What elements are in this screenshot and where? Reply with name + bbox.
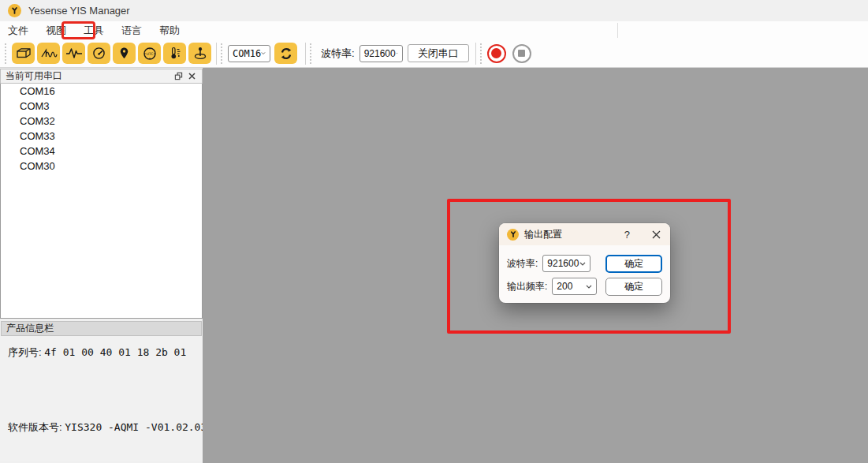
product-info-panel-body: 序列号: 4f 01 00 40 01 18 2b 01 软件版本号: YIS3… [0,336,203,461]
toolbar-separator [475,43,476,65]
com-port-value: COM16 [233,48,261,59]
chevron-down-icon [261,51,266,55]
com-port-list-item[interactable]: COM33 [1,129,202,144]
baud-rate-row: 波特率: 921600 确定 [499,255,670,272]
toolbar-drag-handle[interactable] [480,43,484,64]
panel-close-button[interactable] [185,70,199,82]
software-version-row: 软件版本号: YIS320 -AQMI -V01.02.03; [8,420,213,435]
toolbar-drag-handle[interactable] [310,43,314,64]
baud-confirm-button[interactable]: 确定 [605,255,662,273]
thermometer-icon[interactable] [163,43,186,64]
output-config-dialog: 输出配置 ? 波特率: 921600 确定 输出频率: 200 [499,223,670,303]
product-info-panel-header: 产品信息栏 [1,321,202,336]
record-icon [491,48,501,58]
menu-file[interactable]: 文件 [2,21,35,39]
toolbar-row-separator [617,23,618,38]
dialog-baud-label: 波特率: [507,257,538,271]
available-ports-panel-header[interactable]: 当前可用串口 [0,69,203,84]
output-rate-row: 输出频率: 200 确定 [499,278,670,295]
product-info-panel-title: 产品信息栏 [6,322,54,335]
svg-text:UTC: UTC [146,52,153,56]
serial-number-value: 4f 01 00 40 01 18 2b 01 [44,346,186,358]
software-version-label: 软件版本号: [8,421,62,433]
com-port-list-item[interactable]: COM30 [1,159,202,174]
record-button[interactable] [487,44,506,63]
menu-view[interactable]: 视图 [39,21,73,39]
menu-help[interactable]: 帮助 [153,21,186,39]
baud-rate-combobox[interactable]: 921600 [359,45,403,62]
dialog-close-button[interactable] [650,229,662,241]
dialog-output-rate-label: 输出频率: [507,280,547,293]
toolbar-drag-handle[interactable] [5,43,9,64]
pulse-wave-icon[interactable] [62,43,85,64]
toolbar-drag-handle[interactable] [221,43,225,64]
cube-3d-icon[interactable] [12,43,35,64]
close-serial-port-button[interactable]: 关闭串口 [408,44,469,62]
toolbar-separator [216,43,217,65]
serial-number-row: 序列号: 4f 01 00 40 01 18 2b 01 [8,345,186,360]
software-version-value: YIS320 -AQMI -V01.02.03; [65,421,213,433]
com-port-list-item[interactable]: COM32 [1,114,202,129]
app-window: Yesense YIS Manager 文件 视图 工具 语言 帮助 [0,0,868,463]
com-port-list-item[interactable]: COM16 [1,84,202,99]
com-port-list: COM16 COM3 COM32 COM33 COM34 COM30 [0,84,203,319]
float-window-icon [174,72,183,80]
menu-bar: 文件 视图 工具 语言 帮助 [0,21,868,39]
left-dock: 当前可用串口 COM16 COM3 COM32 COM33 COM34 COM3… [0,69,203,463]
app-logo-icon [8,4,21,17]
close-icon [652,230,661,239]
toolbar: UTC COM16 [0,39,868,68]
title-bar[interactable]: Yesense YIS Manager [0,0,868,21]
dialog-baud-combobox[interactable]: 921600 [542,255,590,272]
available-ports-panel-title: 当前可用串口 [6,69,172,83]
angle-wave-icon[interactable] [37,43,60,64]
baud-rate-value: 921600 [364,48,396,59]
com-port-list-item[interactable]: COM3 [1,99,202,114]
toolbar-separator [305,43,306,65]
refresh-arrows-icon [280,47,292,60]
dialog-help-button[interactable]: ? [624,229,630,241]
output-rate-confirm-button[interactable]: 确定 [605,278,662,296]
pin-3d-icon[interactable] [188,43,211,64]
refresh-ports-button[interactable] [274,43,297,64]
utc-clock-icon[interactable]: UTC [138,43,161,64]
com-port-list-item[interactable]: COM34 [1,144,202,159]
panel-float-button[interactable] [172,70,185,82]
gauge-icon[interactable] [88,43,110,64]
window-title: Yesense YIS Manager [28,5,130,17]
dialog-title: 输出配置 [524,228,624,241]
com-port-combobox[interactable]: COM16 [228,45,270,62]
serial-number-label: 序列号: [8,346,42,358]
chevron-down-icon [586,285,592,289]
stop-button[interactable] [512,44,531,63]
dialog-output-rate-combobox[interactable]: 200 [552,278,597,295]
chevron-down-icon [579,262,586,266]
stop-icon [518,50,525,57]
menu-tools[interactable]: 工具 [77,21,110,39]
dialog-baud-value: 921600 [547,258,579,269]
location-pin-icon[interactable] [113,43,136,64]
dialog-logo-icon [507,229,519,241]
dialog-title-bar[interactable]: 输出配置 ? [499,223,670,245]
dialog-output-rate-value: 200 [557,281,572,292]
menu-language[interactable]: 语言 [115,21,148,39]
chevron-down-icon [396,51,398,55]
close-icon [188,73,196,80]
baud-rate-label: 波特率: [321,47,355,61]
